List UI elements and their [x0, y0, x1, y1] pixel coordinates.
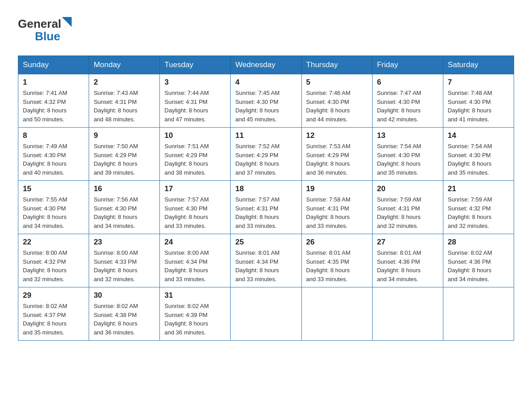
calendar-cell	[301, 287, 372, 341]
calendar-week-row: 1Sunrise: 7:41 AMSunset: 4:32 PMDaylight…	[18, 74, 514, 128]
day-number: 4	[235, 78, 296, 87]
day-number: 26	[306, 238, 368, 247]
logo: General Blue	[18, 13, 76, 47]
day-info: Sunrise: 8:00 AMSunset: 4:34 PMDaylight:…	[164, 248, 226, 283]
calendar-cell: 30Sunrise: 8:02 AMSunset: 4:38 PMDayligh…	[89, 287, 160, 341]
day-number: 9	[94, 131, 155, 140]
day-info: Sunrise: 8:02 AMSunset: 4:38 PMDaylight:…	[94, 302, 155, 337]
svg-text:General: General	[18, 17, 61, 30]
day-info: Sunrise: 8:01 AMSunset: 4:34 PMDaylight:…	[235, 248, 296, 283]
day-number: 29	[23, 291, 84, 300]
calendar-week-row: 15Sunrise: 7:55 AMSunset: 4:30 PMDayligh…	[18, 181, 514, 234]
day-number: 8	[23, 131, 84, 140]
calendar-cell: 31Sunrise: 8:02 AMSunset: 4:39 PMDayligh…	[160, 287, 231, 341]
day-number: 17	[164, 184, 226, 193]
day-info: Sunrise: 7:44 AMSunset: 4:31 PMDaylight:…	[164, 89, 226, 124]
calendar-cell: 29Sunrise: 8:02 AMSunset: 4:37 PMDayligh…	[18, 287, 89, 341]
day-info: Sunrise: 7:55 AMSunset: 4:30 PMDaylight:…	[23, 195, 84, 230]
day-info: Sunrise: 7:47 AMSunset: 4:30 PMDaylight:…	[377, 89, 438, 124]
calendar-cell: 21Sunrise: 7:59 AMSunset: 4:32 PMDayligh…	[443, 181, 514, 234]
calendar-cell: 28Sunrise: 8:02 AMSunset: 4:36 PMDayligh…	[443, 234, 514, 287]
day-number: 21	[448, 184, 509, 193]
day-number: 5	[306, 78, 368, 87]
weekday-header-thursday: Thursday	[301, 56, 372, 74]
calendar-cell: 10Sunrise: 7:51 AMSunset: 4:29 PMDayligh…	[160, 128, 231, 181]
calendar-cell: 22Sunrise: 8:00 AMSunset: 4:32 PMDayligh…	[18, 234, 89, 287]
calendar-cell: 14Sunrise: 7:54 AMSunset: 4:30 PMDayligh…	[443, 128, 514, 181]
day-number: 23	[94, 238, 155, 247]
day-number: 7	[448, 78, 509, 87]
weekday-header-monday: Monday	[89, 56, 160, 74]
day-number: 6	[377, 78, 438, 87]
calendar-cell: 6Sunrise: 7:47 AMSunset: 4:30 PMDaylight…	[372, 74, 443, 128]
day-number: 1	[23, 78, 84, 87]
day-number: 24	[164, 238, 226, 247]
day-number: 25	[235, 238, 296, 247]
day-info: Sunrise: 7:48 AMSunset: 4:30 PMDaylight:…	[448, 89, 509, 124]
calendar-cell: 9Sunrise: 7:50 AMSunset: 4:29 PMDaylight…	[89, 128, 160, 181]
calendar-week-row: 8Sunrise: 7:49 AMSunset: 4:30 PMDaylight…	[18, 128, 514, 181]
day-info: Sunrise: 8:02 AMSunset: 4:39 PMDaylight:…	[164, 302, 226, 337]
svg-text:Blue: Blue	[35, 30, 60, 43]
weekday-header-sunday: Sunday	[18, 56, 89, 74]
day-info: Sunrise: 7:50 AMSunset: 4:29 PMDaylight:…	[94, 142, 155, 177]
day-info: Sunrise: 7:57 AMSunset: 4:30 PMDaylight:…	[164, 195, 226, 230]
calendar-cell: 15Sunrise: 7:55 AMSunset: 4:30 PMDayligh…	[18, 181, 89, 234]
calendar-cell: 17Sunrise: 7:57 AMSunset: 4:30 PMDayligh…	[160, 181, 231, 234]
day-info: Sunrise: 7:53 AMSunset: 4:29 PMDaylight:…	[306, 142, 368, 177]
calendar-cell: 3Sunrise: 7:44 AMSunset: 4:31 PMDaylight…	[160, 74, 231, 128]
day-number: 22	[23, 238, 84, 247]
day-info: Sunrise: 8:00 AMSunset: 4:32 PMDaylight:…	[23, 248, 84, 283]
day-info: Sunrise: 7:51 AMSunset: 4:29 PMDaylight:…	[164, 142, 226, 177]
day-number: 18	[235, 184, 296, 193]
weekday-header-saturday: Saturday	[443, 56, 514, 74]
weekday-header-wednesday: Wednesday	[231, 56, 301, 74]
calendar-cell: 8Sunrise: 7:49 AMSunset: 4:30 PMDaylight…	[18, 128, 89, 181]
day-number: 11	[235, 131, 296, 140]
day-number: 15	[23, 184, 84, 193]
day-number: 13	[377, 131, 438, 140]
calendar-cell: 11Sunrise: 7:52 AMSunset: 4:29 PMDayligh…	[231, 128, 301, 181]
day-number: 27	[377, 238, 438, 247]
weekday-header-friday: Friday	[372, 56, 443, 74]
calendar-cell	[372, 287, 443, 341]
day-info: Sunrise: 7:58 AMSunset: 4:31 PMDaylight:…	[306, 195, 368, 230]
calendar-cell	[443, 287, 514, 341]
day-info: Sunrise: 7:54 AMSunset: 4:30 PMDaylight:…	[448, 142, 509, 177]
day-info: Sunrise: 7:59 AMSunset: 4:32 PMDaylight:…	[448, 195, 509, 230]
day-number: 30	[94, 291, 155, 300]
calendar-cell: 1Sunrise: 7:41 AMSunset: 4:32 PMDaylight…	[18, 74, 89, 128]
day-info: Sunrise: 8:02 AMSunset: 4:36 PMDaylight:…	[448, 248, 509, 283]
day-info: Sunrise: 7:43 AMSunset: 4:31 PMDaylight:…	[94, 89, 155, 124]
day-info: Sunrise: 8:01 AMSunset: 4:36 PMDaylight:…	[377, 248, 438, 283]
calendar-cell: 13Sunrise: 7:54 AMSunset: 4:30 PMDayligh…	[372, 128, 443, 181]
weekday-header-row: SundayMondayTuesdayWednesdayThursdayFrid…	[18, 56, 514, 74]
calendar-cell: 20Sunrise: 7:59 AMSunset: 4:31 PMDayligh…	[372, 181, 443, 234]
day-number: 3	[164, 78, 226, 87]
day-info: Sunrise: 8:02 AMSunset: 4:37 PMDaylight:…	[23, 302, 84, 337]
day-number: 12	[306, 131, 368, 140]
day-info: Sunrise: 8:00 AMSunset: 4:33 PMDaylight:…	[94, 248, 155, 283]
day-number: 16	[94, 184, 155, 193]
calendar-cell: 27Sunrise: 8:01 AMSunset: 4:36 PMDayligh…	[372, 234, 443, 287]
day-number: 28	[448, 238, 509, 247]
calendar-cell: 23Sunrise: 8:00 AMSunset: 4:33 PMDayligh…	[89, 234, 160, 287]
day-number: 19	[306, 184, 368, 193]
day-info: Sunrise: 7:56 AMSunset: 4:30 PMDaylight:…	[94, 195, 155, 230]
day-info: Sunrise: 7:46 AMSunset: 4:30 PMDaylight:…	[306, 89, 368, 124]
day-info: Sunrise: 7:54 AMSunset: 4:30 PMDaylight:…	[377, 142, 438, 177]
day-number: 31	[164, 291, 226, 300]
day-info: Sunrise: 7:45 AMSunset: 4:30 PMDaylight:…	[235, 89, 296, 124]
calendar-cell: 25Sunrise: 8:01 AMSunset: 4:34 PMDayligh…	[231, 234, 301, 287]
calendar-cell: 4Sunrise: 7:45 AMSunset: 4:30 PMDaylight…	[231, 74, 301, 128]
svg-marker-1	[62, 17, 72, 27]
day-info: Sunrise: 7:52 AMSunset: 4:29 PMDaylight:…	[235, 142, 296, 177]
day-info: Sunrise: 8:01 AMSunset: 4:35 PMDaylight:…	[306, 248, 368, 283]
day-number: 10	[164, 131, 226, 140]
day-number: 2	[94, 78, 155, 87]
calendar-week-row: 29Sunrise: 8:02 AMSunset: 4:37 PMDayligh…	[18, 287, 514, 341]
weekday-header-tuesday: Tuesday	[160, 56, 231, 74]
page-header: General Blue	[18, 13, 514, 47]
calendar-cell: 12Sunrise: 7:53 AMSunset: 4:29 PMDayligh…	[301, 128, 372, 181]
calendar-cell: 18Sunrise: 7:57 AMSunset: 4:31 PMDayligh…	[231, 181, 301, 234]
